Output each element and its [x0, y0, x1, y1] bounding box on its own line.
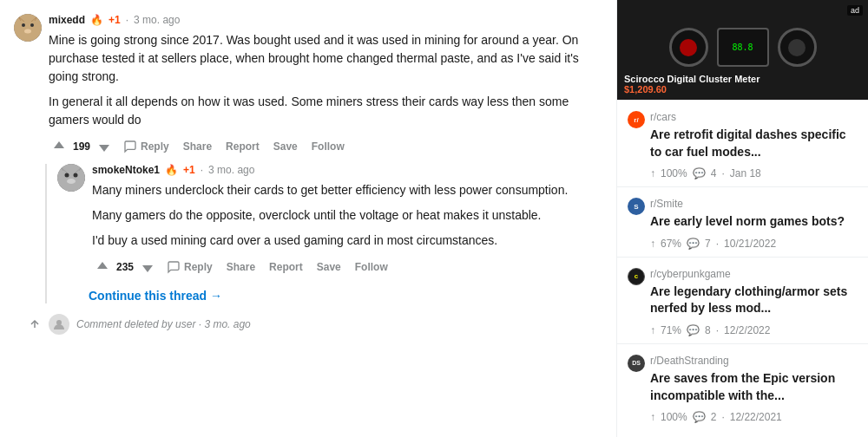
report-button-smokenntoke1[interactable]: Report — [264, 258, 308, 277]
sidebar-post-4: DS r/DeathStranding Are saves from the E… — [617, 343, 868, 430]
follow-button-mixedd[interactable]: Follow — [306, 137, 350, 156]
deleted-text: Comment deleted by user · 3 mo. ago — [76, 318, 251, 330]
subreddit-name-3[interactable]: r/cyberpunkgame — [650, 268, 858, 280]
subreddit-name-1[interactable]: r/cars — [650, 111, 858, 123]
product-price: $1,209.60 — [624, 84, 861, 95]
reply-label-mixedd: Reply — [141, 140, 169, 153]
sidebar-post-2: S r/Smite Are early level norm games bot… — [617, 186, 868, 257]
continue-thread-link[interactable]: Continue this thread → — [89, 289, 222, 303]
time-smokenntoke1: 3 mo. ago — [208, 164, 254, 176]
dot-meta-1: · — [721, 167, 724, 179]
svg-point-2 — [30, 23, 34, 27]
comment-para-1-1: Mine is going strong since 2017. Was bou… — [49, 31, 602, 86]
upvote-icon-3: ↑ — [650, 324, 655, 336]
date-3: 12/2/2022 — [724, 324, 770, 336]
comment-icon-1: 💬 — [693, 167, 706, 179]
comment-body-mixedd: mixedd 🔥 +1 · 3 mo. ago Mine is going st… — [49, 14, 602, 157]
comment-body-smokenntoke1: smokeNtoke1 🔥 +1 · 3 mo. ago Many miners… — [92, 164, 602, 277]
svg-point-3 — [24, 29, 31, 34]
comment-para-2-3: I'd buy a used mining card over a used g… — [92, 232, 602, 250]
downvote-button-mixedd[interactable] — [94, 138, 115, 155]
downvote-button-smokenntoke1[interactable] — [137, 258, 158, 276]
score-1: 100% — [661, 167, 687, 179]
report-label-smokenntoke1: Report — [269, 261, 303, 273]
svg-point-7 — [67, 179, 76, 184]
avatar-mixedd — [14, 14, 42, 42]
save-button-mixedd[interactable]: Save — [268, 137, 303, 156]
vote-count-mixedd: 199 — [73, 140, 90, 153]
nested-comment-container: smokeNtoke1 🔥 +1 · 3 mo. ago Many miners… — [45, 164, 602, 303]
sidebar: 88.8 Scirocco Digital Cluster Meter $1,2… — [616, 0, 868, 437]
post-meta-1: ↑ 100% 💬 4 · Jan 18 — [650, 167, 858, 179]
upvote-button-mixedd[interactable] — [49, 138, 69, 155]
reply-button-smokenntoke1[interactable]: Reply — [161, 257, 218, 277]
comments-1: 4 — [711, 167, 717, 179]
follow-button-smokenntoke1[interactable]: Follow — [350, 258, 393, 277]
comment-2: smokeNtoke1 🔥 +1 · 3 mo. ago Many miners… — [57, 164, 602, 277]
karma-mixedd: 🔥 — [90, 14, 103, 26]
dot-meta-4: · — [721, 411, 724, 423]
post-title-3[interactable]: Are legendary clothing/armor sets nerfed… — [650, 284, 858, 317]
username-smokenntoke1[interactable]: smokeNtoke1 — [92, 164, 160, 176]
post-title-2[interactable]: Are early level norm games bots? — [650, 213, 858, 231]
reply-button-mixedd[interactable]: Reply — [118, 136, 174, 157]
karma-count-smokenntoke1: +1 — [183, 164, 195, 176]
comment-icon-2: 💬 — [687, 238, 700, 250]
username-mixedd[interactable]: mixedd — [49, 14, 85, 26]
dot-meta-2: · — [716, 238, 719, 250]
post-meta-2: ↑ 67% 💬 7 · 10/21/2022 — [650, 238, 858, 250]
karma-smokenntoke1: 🔥 — [165, 164, 178, 176]
score-4: 100% — [661, 411, 687, 423]
follow-label-smokenntoke1: Follow — [355, 261, 388, 273]
sidebar-post-3: c r/cyberpunkgame Are legendary clothing… — [617, 257, 868, 343]
save-label-mixedd: Save — [273, 140, 298, 153]
comment-text-smokenntoke1: Many miners underclock their cards to ge… — [92, 181, 602, 250]
comment-text-mixedd: Mine is going strong since 2017. Was bou… — [49, 31, 602, 129]
report-label-mixedd: Report — [226, 140, 260, 153]
share-button-smokenntoke1[interactable]: Share — [221, 258, 260, 277]
share-button-mixedd[interactable]: Share — [178, 137, 217, 156]
post-title-1[interactable]: Are retrofit digital dashes specific to … — [650, 127, 858, 160]
vote-section-smokenntoke1: 235 — [92, 258, 158, 276]
dot-1: · — [126, 14, 128, 26]
subreddit-name-4[interactable]: r/DeathStranding — [650, 355, 858, 367]
save-label-smokenntoke1: Save — [317, 261, 341, 273]
svg-point-6 — [74, 173, 78, 178]
upvote-icon-4: ↑ — [650, 411, 655, 423]
avatar-smokenntoke1 — [57, 164, 85, 192]
comment-thread: mixedd 🔥 +1 · 3 mo. ago Mine is going st… — [0, 7, 616, 349]
comment-icon-4: 💬 — [693, 411, 706, 423]
comments-4: 2 — [711, 411, 717, 423]
date-4: 12/22/2021 — [730, 411, 782, 423]
score-2: 67% — [661, 238, 681, 250]
save-button-smokenntoke1[interactable]: Save — [312, 258, 346, 277]
deleted-arrow-icon — [28, 317, 42, 331]
share-label-smokenntoke1: Share — [227, 261, 255, 273]
comment-icon-3: 💬 — [687, 324, 700, 336]
follow-label-mixedd: Follow — [312, 140, 345, 153]
time-mixedd: 3 mo. ago — [134, 14, 180, 26]
post-meta-3: ↑ 71% 💬 8 · 12/2/2022 — [650, 324, 858, 336]
post-meta-4: ↑ 100% 💬 2 · 12/22/2021 — [650, 411, 858, 423]
report-button-mixedd[interactable]: Report — [220, 137, 265, 156]
comment-actions-mixedd: 199 Reply Share — [49, 136, 602, 157]
subreddit-name-2[interactable]: r/Smite — [650, 198, 858, 210]
deleted-comment: Comment deleted by user · 3 mo. ago — [14, 307, 602, 342]
post-title-4[interactable]: Are saves from the Epic version incompat… — [650, 370, 858, 404]
dot-2: · — [201, 164, 203, 176]
share-label-mixedd: Share — [183, 140, 212, 153]
svg-point-1 — [22, 23, 25, 27]
vote-count-smokenntoke1: 235 — [116, 261, 134, 273]
svg-point-5 — [65, 173, 69, 178]
product-name: Scirocco Digital Cluster Meter — [624, 74, 861, 84]
date-1: Jan 18 — [730, 167, 761, 179]
comment-para-2-2: Many gamers do the opposite, overclock u… — [92, 206, 602, 225]
upvote-button-smokenntoke1[interactable] — [92, 258, 113, 276]
karma-count-mixedd: +1 — [108, 14, 121, 26]
main-content: mixedd 🔥 +1 · 3 mo. ago Mine is going st… — [0, 0, 616, 437]
comment-header-smokenntoke1: smokeNtoke1 🔥 +1 · 3 mo. ago — [92, 164, 602, 176]
comment-actions-smokenntoke1: 235 Reply — [92, 257, 602, 277]
comments-3: 8 — [705, 324, 711, 336]
reply-label-smokenntoke1: Reply — [184, 261, 213, 273]
sidebar-post-1: r/ r/cars Are retrofit digital dashes sp… — [617, 100, 868, 186]
